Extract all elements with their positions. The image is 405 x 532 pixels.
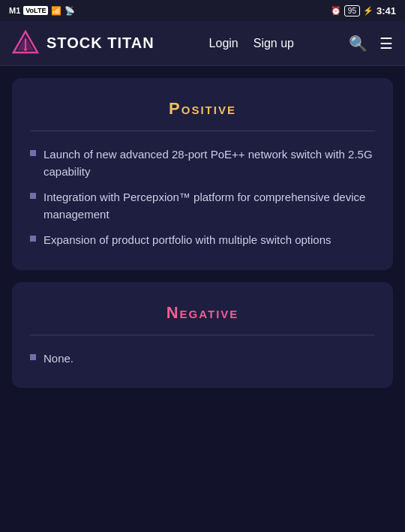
signal-icon: 📶 xyxy=(51,6,62,16)
positive-title: Positive xyxy=(30,99,375,119)
status-bar-left: M1 VoLTE 📶 📡 xyxy=(9,6,75,16)
positive-card: Positive Launch of new advanced 28-port … xyxy=(12,78,393,270)
negative-title: Negative xyxy=(30,303,375,323)
header: STOCK TITAN Login Sign up 🔍 ☰ xyxy=(0,21,405,66)
positive-list: Launch of new advanced 28-port PoE++ net… xyxy=(30,146,375,249)
alarm-icon: ⏰ xyxy=(331,6,341,16)
signup-link[interactable]: Sign up xyxy=(254,37,294,50)
bullet-icon xyxy=(30,354,36,360)
battery-label: 95 xyxy=(344,5,360,17)
search-icon[interactable]: 🔍 xyxy=(349,35,368,53)
negative-item-1: None. xyxy=(44,350,74,368)
menu-icon[interactable]: ☰ xyxy=(380,35,393,53)
nav-icons: 🔍 ☰ xyxy=(349,35,393,53)
time-label: 3:41 xyxy=(376,5,396,17)
positive-divider xyxy=(30,131,375,131)
logo-area: STOCK TITAN xyxy=(12,30,154,57)
negative-list: None. xyxy=(30,350,375,368)
main-content: Positive Launch of new advanced 28-port … xyxy=(0,66,405,532)
carrier-label: M1 xyxy=(9,6,20,15)
charging-icon: ⚡ xyxy=(363,6,374,16)
negative-card: Negative None. xyxy=(12,282,393,389)
logo-text: STOCK TITAN xyxy=(46,35,154,52)
wifi-icon: 📡 xyxy=(64,6,75,16)
list-item: Launch of new advanced 28-port PoE++ net… xyxy=(30,146,375,180)
svg-point-3 xyxy=(24,48,27,51)
bullet-icon xyxy=(30,193,36,199)
positive-item-1: Launch of new advanced 28-port PoE++ net… xyxy=(44,146,375,180)
bullet-icon xyxy=(30,236,36,242)
negative-divider xyxy=(30,335,375,335)
list-item: Expansion of product portfolio with mult… xyxy=(30,232,375,249)
nav-links: Login Sign up xyxy=(209,37,294,50)
status-bar: M1 VoLTE 📶 📡 ⏰ 95 ⚡ 3:41 xyxy=(0,0,405,21)
positive-item-2: Integration with Percepxion™ platform fo… xyxy=(44,189,375,223)
positive-item-3: Expansion of product portfolio with mult… xyxy=(44,232,332,249)
list-item: None. xyxy=(30,350,375,368)
login-link[interactable]: Login xyxy=(209,37,238,50)
status-bar-right: ⏰ 95 ⚡ 3:41 xyxy=(331,5,396,17)
list-item: Integration with Percepxion™ platform fo… xyxy=(30,189,375,223)
volte-label: VoLTE xyxy=(23,6,48,15)
bullet-icon xyxy=(30,150,36,156)
logo-icon xyxy=(12,30,39,57)
